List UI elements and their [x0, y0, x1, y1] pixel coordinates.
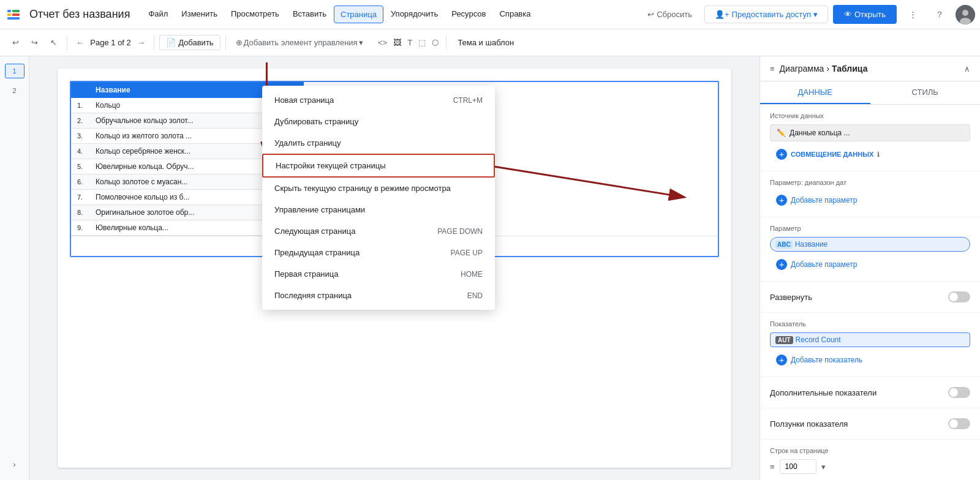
text-icon-button[interactable]: T	[405, 36, 415, 50]
menu-file[interactable]: Файл	[142, 6, 174, 23]
eye-icon: 👁	[844, 10, 852, 19]
row-num: 8.	[71, 205, 89, 220]
dropdown-item[interactable]: Скрыть текущую страницу в режиме просмот…	[262, 178, 495, 199]
metric-section: Показатель AUT Record Count + Добавьте п…	[760, 313, 980, 377]
info-icon: ℹ	[877, 151, 880, 159]
dropdown-menu: Новая страницаCTRL+MДублировать страницу…	[262, 86, 495, 310]
shortcut: PAGE UP	[451, 249, 483, 257]
dropdown-item[interactable]: Следующая страницаPAGE DOWN	[262, 220, 495, 242]
polygon-icon-button[interactable]: ⬡	[429, 36, 441, 50]
dropdown-item-label: Предыдущая страница	[274, 248, 360, 257]
menu-help[interactable]: Справка	[493, 6, 537, 23]
image-icon-button[interactable]: 🖼	[391, 36, 404, 50]
redo-button[interactable]: ↪	[26, 36, 43, 50]
dropdown-item[interactable]: Дублировать страницу	[262, 111, 495, 132]
toolbar-separator-2	[154, 36, 154, 50]
blend-data-button[interactable]: + СОВМЕЩЕНИЕ ДАННЫХ ℹ	[770, 145, 970, 163]
shortcut: END	[467, 291, 483, 300]
menu-page[interactable]: Страница	[334, 6, 383, 23]
code-icon-button[interactable]: <>	[375, 36, 390, 50]
dropdown-item[interactable]: Удалить страницу	[262, 132, 495, 154]
expand-toggle-row: Развернуть	[770, 289, 970, 305]
avatar	[956, 5, 975, 24]
add-date-param-button[interactable]: + Добавьте параметр	[770, 191, 970, 209]
expand-toggle[interactable]	[948, 291, 970, 302]
next-page-button[interactable]: →	[134, 37, 149, 48]
add-circle-icon-3: +	[776, 259, 787, 270]
row-num: 7.	[71, 190, 89, 205]
page-navigation: ← Page 1 of 2 →	[72, 37, 149, 48]
aut-badge: AUT	[775, 336, 793, 344]
parameter-label: Параметр	[770, 225, 970, 232]
dropdown-item-label: Управление страницами	[274, 205, 365, 214]
left-panel: 1 2 ›	[0, 56, 29, 480]
toolbar-separator	[67, 36, 67, 50]
select-tool-button[interactable]: ↖	[45, 36, 62, 50]
row-num: 1.	[71, 98, 89, 113]
rows-input[interactable]	[780, 459, 816, 474]
metric-sliders-toggle[interactable]	[948, 418, 970, 429]
menu-resource[interactable]: Ресурсов	[445, 6, 492, 23]
top-menu: Файл Изменить Просмотреть Вставить Стран…	[142, 6, 537, 23]
data-source-name: Данные кольца ...	[790, 129, 850, 137]
prev-page-button[interactable]: ←	[72, 37, 88, 48]
dropdown-item[interactable]: Новая страницаCTRL+M	[262, 89, 495, 111]
page-thumb-1[interactable]: 1	[5, 64, 24, 78]
toolbar-separator-3	[225, 36, 226, 50]
reset-icon: ↩	[647, 10, 654, 19]
chevron-down-icon: ▾	[813, 10, 818, 19]
data-source-label: Источник данных	[770, 112, 970, 119]
tab-data[interactable]: ДАННЫЕ	[760, 81, 870, 104]
main-layout: 1 2 › Название 1.Кольцо2.Обручальное кол…	[0, 56, 980, 480]
page-thumb-2[interactable]: 2	[5, 83, 24, 98]
dropdown-item[interactable]: Управление страницами	[262, 199, 495, 220]
help-button[interactable]: ?	[929, 4, 951, 26]
row-num: 6.	[71, 174, 89, 190]
more-options-button[interactable]: ⋮	[902, 4, 924, 26]
dropdown-item-label: Дублировать страницу	[274, 117, 358, 126]
right-tabs: ДАННЫЕ СТИЛЬ	[760, 81, 980, 105]
app-icon	[5, 6, 22, 23]
dropdown-item[interactable]: Предыдущая страницаPAGE UP	[262, 242, 495, 263]
data-source-section: Источник данных ✏️ Данные кольца ... + С…	[760, 105, 980, 171]
reset-button[interactable]: ↩ Сбросить	[640, 6, 699, 23]
menu-arrange[interactable]: Упорядочить	[385, 6, 444, 23]
add-param-button[interactable]: + Добавьте параметр	[770, 255, 970, 274]
toolbar-separator-4	[446, 36, 447, 50]
page-indicator: Page 1 of 2	[90, 38, 131, 47]
dropdown-item[interactable]: Первая страницаHOME	[262, 263, 495, 285]
add-metric-button[interactable]: + Добавьте показатель	[770, 351, 970, 369]
tab-style[interactable]: СТИЛЬ	[870, 81, 981, 104]
row-num: 9.	[71, 220, 89, 236]
extra-metrics-toggle[interactable]	[948, 387, 970, 398]
metric-label: Показатель	[770, 320, 970, 328]
metric-sliders-section: Ползунки показателя	[760, 408, 980, 440]
chevron-down-icon: ▾	[359, 38, 363, 47]
collapse-button[interactable]: ∧	[964, 64, 970, 73]
top-right: ↩ Сбросить 👤+ Предоставить доступ ▾ 👁 От…	[640, 4, 975, 26]
menu-insert[interactable]: Вставить	[287, 6, 333, 23]
undo-button[interactable]: ↩	[7, 36, 24, 50]
data-source-button[interactable]: ✏️ Данные кольца ...	[770, 124, 970, 141]
parameter-section: Параметр ABC Название + Добавьте парамет…	[760, 217, 980, 282]
dropdown-item[interactable]: Последняя страницаEND	[262, 285, 495, 306]
theme-button[interactable]: Тема и шаблон	[451, 36, 520, 50]
breadcrumb-part1[interactable]: Диаграмма	[780, 64, 824, 73]
dropdown-item-label: Скрыть текущую страницу в режиме просмот…	[274, 184, 451, 193]
menu-edit[interactable]: Изменить	[175, 6, 224, 23]
share-button[interactable]: 👤+ Предоставить доступ ▾	[704, 6, 828, 23]
metric-chip[interactable]: AUT Record Count	[770, 332, 970, 347]
add-page-button[interactable]: 📄 📄 Добавить	[159, 35, 220, 50]
toolbar: ↩ ↪ ↖ ← Page 1 of 2 → 📄 📄 Добавить ⊕ Доб…	[0, 29, 980, 56]
expand-panel-button[interactable]: ›	[6, 456, 23, 473]
row-num: 2.	[71, 113, 89, 129]
open-button[interactable]: 👁 Открыть	[833, 5, 897, 24]
menu-view[interactable]: Просмотреть	[225, 6, 285, 23]
add-control-button[interactable]: ⊕ Добавить элемент управления ▾	[231, 36, 368, 50]
shortcut: PAGE DOWN	[437, 227, 483, 236]
param-chip[interactable]: ABC Название	[770, 237, 970, 252]
dropdown-item[interactable]: Настройки текущей страницы	[262, 154, 495, 178]
shape-icon-button[interactable]: ⬚	[416, 36, 428, 50]
dropdown-item-label: Удалить страницу	[274, 138, 341, 148]
date-range-label: Параметр: диапазон дат	[770, 179, 970, 186]
